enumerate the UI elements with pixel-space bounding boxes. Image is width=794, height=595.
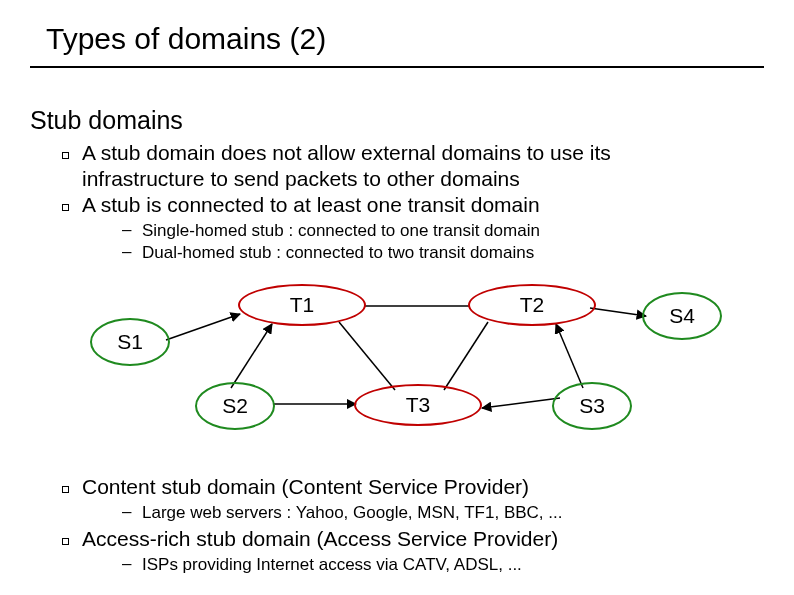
node-label: T2 [520,293,545,317]
bullet-text: A stub is connected to at least one tran… [82,192,732,218]
dash-marker: – [122,502,131,522]
bullet-text: A stub domain does not allow external do… [82,140,732,192]
svg-line-3 [339,322,395,390]
dash-marker: – [122,242,131,262]
bullet-text: Content stub domain (Content Service Pro… [82,474,732,500]
node-s3: S3 [552,382,632,430]
bullet-marker [62,538,69,545]
node-s2: S2 [195,382,275,430]
slide-title: Types of domains (2) [46,22,326,56]
node-s4: S4 [642,292,722,340]
svg-line-4 [444,322,488,390]
svg-line-7 [482,398,560,408]
node-label: S3 [579,394,605,418]
bullet-text: Access-rich stub domain (Access Service … [82,526,732,552]
sub-bullet-text: Large web servers : Yahoo, Google, MSN, … [142,502,702,524]
node-t1: T1 [238,284,366,326]
node-t2: T2 [468,284,596,326]
node-t3: T3 [354,384,482,426]
domain-network-diagram: T1 T2 T3 S1 S4 S2 S3 [90,270,700,460]
svg-line-0 [166,314,240,340]
sub-bullet-text: ISPs providing Internet access via CATV,… [142,554,702,576]
subtitle: Stub domains [30,106,183,135]
bullet-marker [62,486,69,493]
bullet-marker [62,152,69,159]
bullet-marker [62,204,69,211]
svg-line-8 [556,324,583,388]
dash-marker: – [122,554,131,574]
node-label: S1 [117,330,143,354]
dash-marker: – [122,220,131,240]
svg-line-2 [590,308,646,316]
sub-bullet-text: Dual-homed stub : connected to two trans… [142,242,702,264]
title-underline [30,66,764,68]
node-label: S4 [669,304,695,328]
node-label: T1 [290,293,315,317]
node-s1: S1 [90,318,170,366]
node-label: S2 [222,394,248,418]
node-label: T3 [406,393,431,417]
diagram-connectors [90,270,700,460]
sub-bullet-text: Single-homed stub : connected to one tra… [142,220,702,242]
svg-line-5 [231,324,272,388]
